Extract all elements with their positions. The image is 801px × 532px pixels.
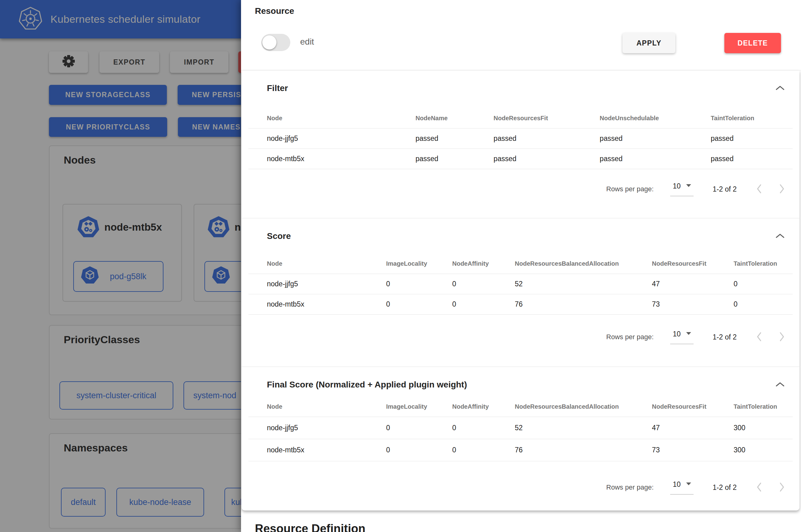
chevron-up-icon	[776, 235, 785, 240]
table-row: node-mtb5x 0 0 76 73 0	[249, 294, 793, 314]
delete-button-label: DELETE	[738, 39, 768, 48]
filter-section-title: Filter	[267, 83, 288, 93]
rows-per-page-select[interactable]: 10	[670, 182, 694, 196]
previous-page-button[interactable]	[756, 184, 763, 195]
cell: passed	[692, 128, 793, 149]
edit-toggle-label: edit	[300, 37, 314, 47]
cell: 52	[496, 417, 634, 439]
col-header: NodeResourcesBalancedAllocation	[496, 397, 634, 417]
menu-down-icon	[686, 184, 691, 187]
filter-section: Filter Node NodeName NodeResourcesFit No	[242, 71, 799, 218]
rows-per-page-value: 10	[673, 182, 681, 190]
edit-toggle[interactable]	[261, 34, 290, 51]
rows-per-page-select[interactable]: 10	[670, 480, 694, 494]
col-header: ImageLocality	[367, 397, 434, 417]
table-header-row: Node ImageLocality NodeAffinity NodeReso…	[249, 397, 793, 417]
chevron-left-icon	[756, 338, 763, 343]
cell: 47	[634, 274, 715, 294]
final-score-section: Final Score (Normalized + Applied plugin…	[242, 367, 799, 511]
next-page-button[interactable]	[779, 331, 785, 343]
col-header: Node	[249, 254, 367, 274]
final-score-section-title: Final Score (Normalized + Applied plugin…	[267, 380, 467, 390]
cell: 73	[634, 439, 715, 461]
col-header: NodeAffinity	[434, 254, 496, 274]
cell: 0	[367, 294, 434, 314]
pagination: Rows per page: 10 1-2 of 2	[606, 476, 785, 498]
cell: passed	[397, 149, 475, 169]
col-header: Node	[249, 397, 367, 417]
cell: passed	[397, 128, 475, 149]
final-score-table: Node ImageLocality NodeAffinity NodeReso…	[249, 397, 793, 461]
page-range: 1-2 of 2	[713, 185, 737, 193]
table-row: node-jjfg5 0 0 52 47 0	[249, 274, 793, 294]
filter-table: Node NodeName NodeResourcesFit NodeUnsch…	[249, 109, 793, 169]
collapse-score-button[interactable]	[776, 233, 785, 240]
previous-page-button[interactable]	[756, 482, 763, 493]
resource-drawer: Resource edit APPLY DELETE Filter	[241, 0, 801, 532]
chevron-right-icon	[779, 489, 785, 493]
cell: 0	[367, 439, 434, 461]
col-header: NodeResourcesBalancedAllocation	[496, 254, 634, 274]
previous-page-button[interactable]	[756, 331, 763, 343]
cell: 0	[715, 294, 793, 314]
toggle-thumb	[262, 35, 276, 50]
pagination: Rows per page: 10 1-2 of 2	[606, 178, 785, 200]
pagination: Rows per page: 10 1-2 of 2	[606, 326, 785, 348]
score-section: Score Node ImageLocality NodeAffinity No	[242, 218, 799, 366]
cell: node-jjfg5	[249, 128, 397, 149]
col-header: TaintToleration	[692, 109, 793, 128]
collapse-filter-button[interactable]	[776, 85, 785, 92]
chevron-up-icon	[776, 383, 785, 388]
rows-per-page-label: Rows per page:	[606, 185, 654, 193]
col-header: NodeResourcesFit	[475, 109, 581, 128]
rows-per-page-label: Rows per page:	[606, 333, 654, 341]
drawer-title: Resource	[255, 6, 294, 16]
col-header: ImageLocality	[367, 254, 434, 274]
col-header: TaintToleration	[715, 397, 793, 417]
page-range: 1-2 of 2	[713, 483, 737, 492]
cell: 0	[434, 294, 496, 314]
apply-button-label: APPLY	[636, 39, 661, 48]
cell: node-mtb5x	[249, 149, 397, 169]
col-header: NodeResourcesFit	[634, 254, 715, 274]
table-row: node-jjfg5 0 0 52 47 300	[249, 417, 793, 439]
rows-per-page-select[interactable]: 10	[670, 330, 694, 344]
rows-per-page-value: 10	[673, 480, 681, 489]
col-header: NodeResourcesFit	[634, 397, 715, 417]
chevron-right-icon	[779, 190, 785, 195]
scheduler-results-card: Filter Node NodeName NodeResourcesFit No	[242, 71, 799, 511]
chevron-left-icon	[756, 489, 763, 493]
next-page-button[interactable]	[779, 184, 785, 195]
table-header-row: Node NodeName NodeResourcesFit NodeUnsch…	[249, 109, 793, 128]
col-header: TaintToleration	[715, 254, 793, 274]
col-header: NodeName	[397, 109, 475, 128]
collapse-final-score-button[interactable]	[776, 382, 785, 388]
cell: passed	[475, 149, 581, 169]
cell: 52	[496, 274, 634, 294]
page-range: 1-2 of 2	[713, 333, 737, 341]
cell: 300	[715, 417, 793, 439]
rows-per-page-label: Rows per page:	[606, 483, 654, 491]
table-row: node-jjfg5 passed passed passed passed	[249, 128, 793, 149]
cell: 73	[634, 294, 715, 314]
chevron-left-icon	[756, 190, 763, 195]
cell: node-jjfg5	[249, 417, 367, 439]
resource-definition-heading: Resource Definition	[255, 522, 365, 532]
cell: 0	[434, 417, 496, 439]
rows-per-page-value: 10	[673, 330, 681, 338]
table-row: node-mtb5x 0 0 76 73 300	[249, 439, 793, 461]
cell: 0	[434, 439, 496, 461]
cell: node-jjfg5	[249, 274, 367, 294]
score-table: Node ImageLocality NodeAffinity NodeReso…	[249, 254, 793, 315]
menu-down-icon	[686, 332, 691, 335]
apply-button[interactable]: APPLY	[622, 33, 675, 53]
cell: 0	[715, 274, 793, 294]
cell: 0	[434, 274, 496, 294]
cell: 0	[367, 274, 434, 294]
chevron-right-icon	[779, 338, 785, 343]
cell: 300	[715, 439, 793, 461]
next-page-button[interactable]	[779, 482, 785, 493]
delete-button[interactable]: DELETE	[724, 33, 781, 53]
chevron-up-icon	[776, 87, 785, 92]
cell: node-mtb5x	[249, 294, 367, 314]
